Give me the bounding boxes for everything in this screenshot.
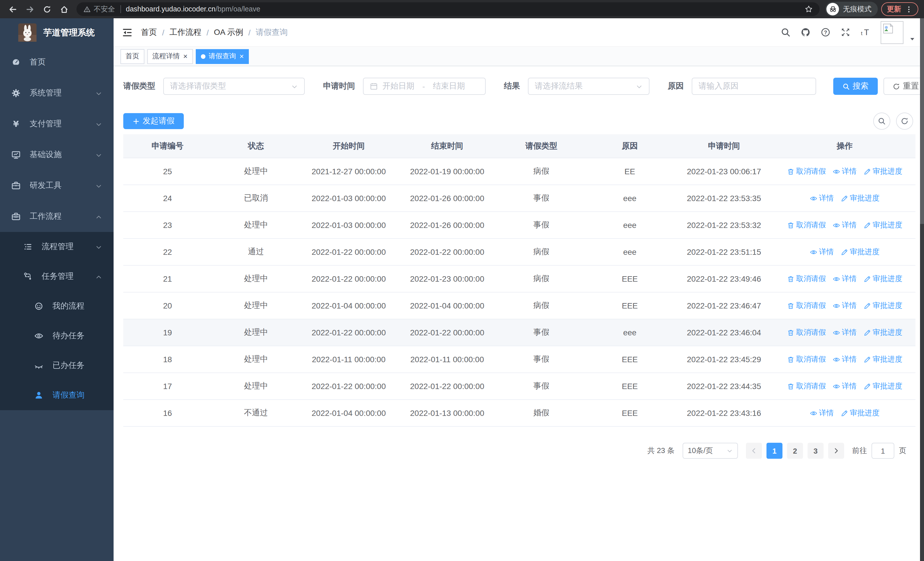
- sidebar-item-infrastructure[interactable]: 基础设施: [0, 139, 114, 170]
- prev-page-button[interactable]: [746, 443, 762, 459]
- pen-icon: [864, 382, 871, 390]
- cancel-action-link[interactable]: 取消请假: [787, 166, 826, 176]
- close-icon[interactable]: ×: [239, 53, 244, 60]
- leave-type-placeholder: 请选择请假类型: [170, 81, 226, 92]
- pen-icon: [864, 168, 871, 175]
- github-icon[interactable]: [801, 27, 810, 37]
- cancel-action-link[interactable]: 取消请假: [787, 301, 826, 311]
- progress-action-link[interactable]: 审批进度: [864, 274, 902, 284]
- bookmark-star-icon[interactable]: [805, 5, 813, 13]
- detail-action-link[interactable]: 详情: [832, 274, 856, 284]
- page-size-select[interactable]: 10条/页: [682, 443, 738, 459]
- search-icon[interactable]: [781, 27, 790, 37]
- browser-reload-button[interactable]: [40, 2, 54, 16]
- column-header: 申请编号: [123, 141, 212, 151]
- browser-home-button[interactable]: [57, 2, 71, 16]
- cell-start-time: 2021-12-27 00:00:00: [300, 167, 397, 176]
- address-bar[interactable]: 不安全 dashboard.yudao.iocoder.cn /bpm/oa/l…: [76, 2, 819, 16]
- cell-apply-time: 2022-01-22 23:46:47: [674, 301, 774, 310]
- scrollbar-thumb[interactable]: [920, 18, 924, 224]
- sidebar-item-payment[interactable]: ¥支付管理: [0, 108, 114, 139]
- sidebar-item-process-mgmt[interactable]: 流程管理: [0, 232, 114, 262]
- avatar[interactable]: [880, 21, 903, 44]
- progress-action-link[interactable]: 审批进度: [864, 220, 902, 230]
- font-size-icon[interactable]: tT: [861, 27, 870, 37]
- reason-input[interactable]: 请输入原因: [692, 78, 816, 95]
- create-leave-button[interactable]: 发起请假: [123, 113, 184, 129]
- fullscreen-icon[interactable]: [841, 27, 850, 37]
- action-label: 取消请假: [796, 327, 826, 338]
- result-select[interactable]: 请选择流结果: [528, 78, 650, 95]
- sidebar-item-workflow[interactable]: 工作流程: [0, 201, 114, 232]
- page-button-2[interactable]: 2: [787, 443, 803, 459]
- leave-type-select[interactable]: 请选择请假类型: [163, 78, 305, 95]
- tab-process-detail[interactable]: 流程详情×: [147, 49, 193, 64]
- action-label: 审批进度: [850, 247, 879, 257]
- reset-button[interactable]: 重置: [884, 78, 924, 95]
- cancel-action-link[interactable]: 取消请假: [787, 381, 826, 391]
- table-row: 19处理中2022-01-22 00:00:002022-01-22 00:00…: [123, 319, 915, 346]
- detail-action-link[interactable]: 详情: [832, 301, 856, 311]
- user-menu-caret-icon[interactable]: [909, 34, 915, 41]
- sidebar-item-task-mgmt[interactable]: 任务管理: [0, 262, 114, 291]
- progress-action-link[interactable]: 审批进度: [864, 381, 902, 391]
- page-button-3[interactable]: 3: [808, 443, 824, 459]
- detail-action-link[interactable]: 详情: [832, 381, 856, 391]
- page-button-1[interactable]: 1: [766, 443, 783, 459]
- sidebar-item-leave-query[interactable]: 请假查询: [0, 381, 114, 410]
- browser-back-button[interactable]: [6, 2, 20, 16]
- cell-end-time: 2022-01-22 00:00:00: [397, 328, 497, 337]
- sidebar-item-dev-tools[interactable]: 研发工具: [0, 170, 114, 201]
- detail-action-link[interactable]: 详情: [832, 220, 856, 230]
- search-button[interactable]: 搜索: [833, 78, 878, 95]
- cancel-action-link[interactable]: 取消请假: [787, 274, 826, 284]
- sidebar-item-home[interactable]: 首页: [0, 47, 114, 78]
- cell-status: 已取消: [212, 193, 300, 203]
- detail-action-link[interactable]: 详情: [832, 166, 856, 176]
- breadcrumb-item-home[interactable]: 首页: [141, 27, 157, 38]
- help-icon[interactable]: ?: [821, 27, 830, 37]
- app-logo-row[interactable]: 芋道管理系统: [0, 18, 114, 47]
- action-label: 取消请假: [796, 166, 826, 176]
- tab-leave-query[interactable]: 请假查询×: [195, 49, 249, 64]
- progress-action-link[interactable]: 审批进度: [841, 193, 879, 203]
- browser-menu-dots-icon[interactable]: [905, 5, 913, 13]
- tab-home[interactable]: 首页: [120, 49, 144, 64]
- sidebar-item-todo-tasks[interactable]: 待办任务: [0, 321, 114, 351]
- cancel-action-link[interactable]: 取消请假: [787, 220, 826, 230]
- browser-forward-button[interactable]: [23, 2, 36, 16]
- browser-update-button[interactable]: 更新: [881, 2, 918, 16]
- detail-action-link[interactable]: 详情: [810, 408, 834, 418]
- refresh-table-button[interactable]: [896, 113, 913, 130]
- progress-action-link[interactable]: 审批进度: [864, 166, 902, 176]
- apply-time-range-picker[interactable]: 开始日期 - 结束日期: [363, 78, 486, 95]
- next-page-button[interactable]: [828, 443, 844, 459]
- table-row: 23处理中2022-01-03 00:00:002022-01-26 00:00…: [123, 212, 915, 239]
- detail-action-link[interactable]: 详情: [810, 247, 834, 257]
- progress-action-link[interactable]: 审批进度: [864, 354, 902, 364]
- progress-action-link[interactable]: 审批进度: [864, 327, 902, 338]
- progress-action-link[interactable]: 审批进度: [841, 247, 879, 257]
- show-search-button[interactable]: [873, 113, 890, 130]
- progress-action-link[interactable]: 审批进度: [864, 301, 902, 311]
- page-scrollbar[interactable]: [920, 18, 924, 561]
- goto-page-input[interactable]: [872, 443, 894, 459]
- progress-action-link[interactable]: 审批进度: [841, 408, 879, 418]
- sidebar-item-system[interactable]: 系统管理: [0, 78, 114, 108]
- sidebar-item-done-tasks[interactable]: 已办任务: [0, 351, 114, 381]
- cancel-action-link[interactable]: 取消请假: [787, 354, 826, 364]
- breadcrumb-item-workflow[interactable]: 工作流程: [170, 27, 201, 38]
- detail-action-link[interactable]: 详情: [810, 193, 834, 203]
- cell-id: 20: [123, 301, 212, 310]
- table-row: 25处理中2021-12-27 00:00:002022-01-19 00:00…: [123, 158, 915, 185]
- tags-view: 首页流程详情×请假查询×: [114, 47, 924, 66]
- close-icon[interactable]: ×: [183, 53, 188, 60]
- detail-action-link[interactable]: 详情: [832, 327, 856, 338]
- action-label: 详情: [842, 274, 856, 284]
- detail-action-link[interactable]: 详情: [832, 354, 856, 364]
- chevron-down-icon: [636, 83, 643, 90]
- breadcrumb-item-oa-example[interactable]: OA 示例: [214, 27, 243, 38]
- sidebar-collapse-icon[interactable]: [122, 27, 132, 38]
- sidebar-item-my-process[interactable]: 我的流程: [0, 291, 114, 321]
- cancel-action-link[interactable]: 取消请假: [787, 327, 826, 338]
